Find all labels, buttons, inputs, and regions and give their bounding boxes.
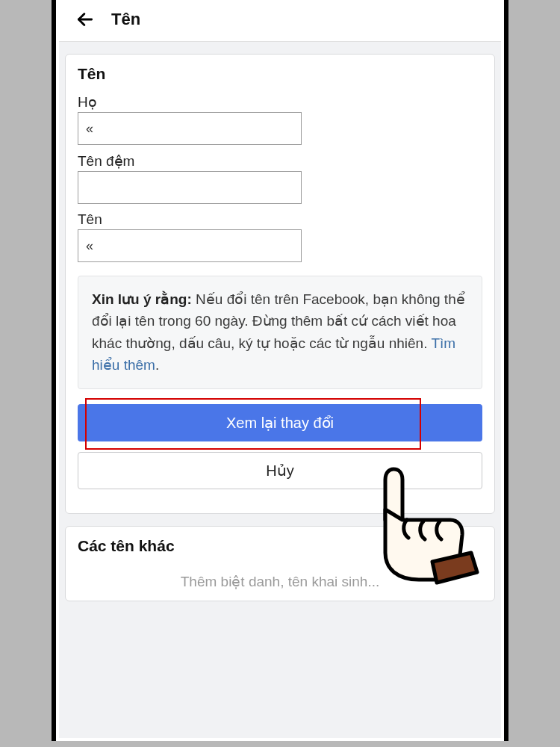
notice-bold: Xin lưu ý rằng: [92, 291, 192, 307]
last-name-label: Họ [78, 93, 482, 111]
card-title: Tên [78, 65, 482, 83]
other-names-title: Các tên khác [78, 537, 482, 555]
review-changes-button[interactable]: Xem lại thay đổi [78, 404, 482, 441]
first-name-input[interactable] [78, 229, 302, 262]
last-name-input[interactable] [78, 112, 302, 145]
review-changes-label: Xem lại thay đổi [226, 414, 334, 432]
page-title: Tên [111, 10, 140, 29]
phone-screen: Tên Tên Họ Tên đệm Tên Xin lưu ý [59, 0, 501, 738]
first-name-label: Tên [78, 211, 482, 228]
name-card: Tên Họ Tên đệm Tên Xin lưu ý rằng: Nếu đ… [65, 54, 495, 514]
first-name-group: Tên [78, 211, 482, 262]
notice-period: . [155, 357, 159, 373]
middle-name-input[interactable] [78, 171, 302, 204]
last-name-group: Họ [78, 93, 482, 145]
cancel-label: Hủy [266, 462, 293, 480]
add-nickname-link[interactable]: Thêm biệt danh, tên khai sinh... [78, 555, 482, 593]
cancel-button[interactable]: Hủy [78, 452, 482, 489]
content-area: Tên Họ Tên đệm Tên Xin lưu ý rằng: Nếu đ… [59, 42, 501, 738]
back-arrow-icon[interactable] [72, 7, 98, 32]
middle-name-label: Tên đệm [78, 152, 482, 170]
phone-frame: Tên Tên Họ Tên đệm Tên Xin lưu ý [52, 0, 508, 741]
other-names-card: Các tên khác Thêm biệt danh, tên khai si… [65, 526, 495, 601]
notice-box: Xin lưu ý rằng: Nếu đổi tên trên Faceboo… [78, 276, 482, 389]
middle-name-group: Tên đệm [78, 152, 482, 204]
header-bar: Tên [59, 0, 501, 42]
